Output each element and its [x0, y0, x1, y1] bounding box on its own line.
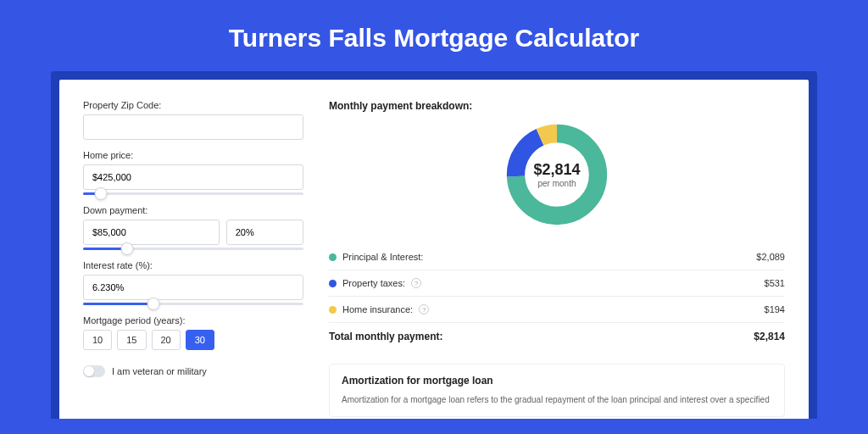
line-label: Principal & Interest:	[342, 252, 423, 262]
calculator-panel: Property Zip Code: Home price: Down paym…	[59, 80, 809, 419]
inputs-column: Property Zip Code: Home price: Down paym…	[83, 100, 303, 419]
down-payment-label: Down payment:	[83, 205, 303, 215]
interest-label: Interest rate (%):	[83, 260, 303, 270]
down-payment-pct-input[interactable]	[226, 220, 303, 245]
breakdown-list: Principal & Interest: $2,089 Property ta…	[329, 244, 785, 350]
home-price-slider[interactable]	[83, 192, 303, 195]
breakdown-title: Monthly payment breakdown:	[329, 100, 785, 112]
period-30[interactable]: 30	[186, 330, 214, 350]
home-price-group: Home price:	[83, 150, 303, 195]
period-group: Mortgage period (years): 10 15 20 30	[83, 315, 303, 350]
veteran-row: I am veteran or military	[83, 365, 303, 377]
line-value: $2,089	[756, 252, 785, 262]
line-principal: Principal & Interest: $2,089	[329, 244, 785, 270]
down-payment-slider[interactable]	[83, 248, 303, 250]
interest-group: Interest rate (%):	[83, 260, 303, 305]
donut-sub: per month	[537, 179, 576, 188]
line-value: $194	[765, 304, 785, 314]
interest-slider[interactable]	[83, 303, 303, 305]
slider-knob[interactable]	[121, 242, 134, 255]
donut-chart: $2,814 per month	[503, 120, 611, 229]
home-price-label: Home price:	[83, 150, 303, 160]
interest-input[interactable]	[83, 275, 303, 300]
donut-value: $2,814	[533, 161, 580, 179]
breakdown-column: Monthly payment breakdown: $2,814 per mo…	[329, 100, 785, 419]
veteran-label: I am veteran or military	[112, 366, 207, 376]
amortization-title: Amortization for mortgage loan	[342, 375, 772, 387]
veteran-toggle[interactable]	[83, 365, 105, 377]
page-title: Turners Falls Mortgage Calculator	[0, 0, 868, 71]
line-label: Home insurance:	[342, 304, 413, 314]
dot-icon	[329, 280, 337, 287]
donut-center: $2,814 per month	[503, 120, 611, 229]
line-insurance: Home insurance: ? $194	[329, 296, 785, 322]
info-icon[interactable]: ?	[411, 278, 421, 288]
period-10[interactable]: 10	[83, 330, 112, 350]
dot-icon	[329, 306, 337, 314]
zip-label: Property Zip Code:	[83, 100, 303, 110]
line-taxes: Property taxes: ? $531	[329, 270, 785, 296]
panel-outer: Property Zip Code: Home price: Down paym…	[51, 71, 817, 419]
period-15[interactable]: 15	[117, 330, 146, 350]
slider-knob[interactable]	[94, 187, 107, 200]
zip-group: Property Zip Code:	[83, 100, 303, 140]
line-total: Total monthly payment: $2,814	[329, 322, 785, 350]
total-value: $2,814	[754, 331, 785, 342]
line-label: Property taxes:	[342, 278, 405, 288]
zip-input[interactable]	[83, 114, 303, 140]
period-options: 10 15 20 30	[83, 330, 303, 350]
line-value: $531	[765, 278, 785, 288]
slider-knob[interactable]	[147, 298, 160, 310]
down-payment-input[interactable]	[83, 220, 220, 245]
info-icon[interactable]: ?	[419, 304, 429, 314]
amortization-text: Amortization for a mortgage loan refers …	[342, 393, 772, 406]
down-payment-group: Down payment:	[83, 205, 303, 250]
amortization-card: Amortization for mortgage loan Amortizat…	[329, 364, 785, 417]
total-label: Total monthly payment:	[329, 331, 442, 342]
period-label: Mortgage period (years):	[83, 315, 303, 326]
home-price-input[interactable]	[83, 164, 303, 190]
period-20[interactable]: 20	[152, 330, 181, 350]
dot-icon	[329, 253, 337, 261]
